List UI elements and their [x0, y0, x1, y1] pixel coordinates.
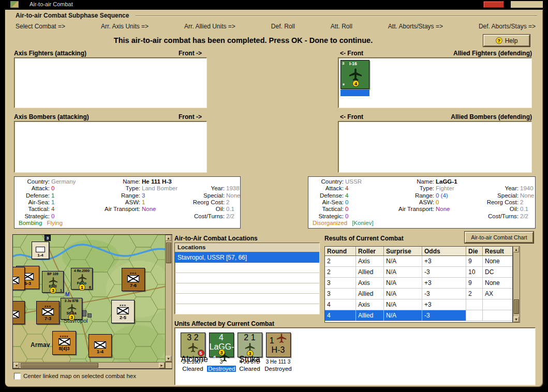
- air-transport-value: None: [142, 206, 156, 213]
- unit-counter-i16[interactable]: 3 I-16 * 4: [340, 60, 369, 89]
- oil-label: Oil:: [183, 206, 225, 213]
- unit-counter-he111[interactable]: 1 H-3: [266, 333, 291, 357]
- cell-odds: +3: [422, 256, 466, 267]
- scroll-up-arrow[interactable]: [166, 235, 171, 241]
- results-row[interactable]: 4 Axis N/A +3: [325, 299, 512, 310]
- step-select-combat[interactable]: Select Combat =>: [16, 23, 65, 30]
- location-row[interactable]: [175, 283, 319, 294]
- cell-round: 3: [325, 289, 356, 299]
- i16-reorg-badge: 4: [352, 80, 359, 87]
- unit-counter-ju87b[interactable]: 2 1 Stuka 3: [238, 333, 262, 357]
- map-air-counter-stuka[interactable]: 3 Ju 87B Stuka 3: [61, 298, 82, 320]
- cell-roller: Axis: [356, 299, 384, 310]
- allied-bombers-listbox[interactable]: [338, 121, 532, 173]
- counter-name: H-3: [272, 345, 285, 354]
- map-hscrollbar[interactable]: [13, 362, 165, 369]
- center-map-checkbox-label: Center linked map on selected combat hex: [23, 373, 136, 379]
- map-unit-counter[interactable]: [13, 267, 25, 290]
- combat-locations-listbox[interactable]: Locations Stavropol, USSR [57, 66]: [174, 243, 320, 314]
- results-row[interactable]: 2 Allied N/A -3 10 DC: [325, 267, 512, 278]
- infantry-symbol: [127, 275, 139, 282]
- map-air-counter-emil[interactable]: BF 109 Emil 1 3: [42, 271, 64, 293]
- unit-strength: 7-3: [45, 316, 51, 321]
- axis-bombers-listbox[interactable]: [14, 121, 207, 173]
- axis-fighters-listbox[interactable]: [14, 57, 207, 108]
- cell-result: [483, 310, 512, 321]
- map-unit-counter[interactable]: [13, 301, 25, 324]
- step-att-aborts-stays[interactable]: Att. Aborts/Stays =>: [388, 23, 443, 30]
- results-row-selected[interactable]: 4 Allied N/A -3: [325, 310, 512, 321]
- map-air-counter-falco[interactable]: 4 Re.2000 Falco 6 1: [71, 268, 93, 290]
- map-unit-counter[interactable]: 1-4: [88, 334, 112, 357]
- attack-value: 0: [51, 185, 54, 192]
- unit-counter-lagg1[interactable]: 4 LaGG-1 3: [209, 333, 234, 357]
- front-attacker-label-1: Front ->: [179, 50, 202, 57]
- results-row[interactable]: 3 Allied N/A -3 2 AX: [325, 289, 512, 299]
- help-button[interactable]: Help: [483, 35, 530, 47]
- air-counter-number: 1: [60, 289, 62, 292]
- tactical-label: Tactical:: [312, 206, 344, 213]
- map-unit-counter[interactable]: xxxx 8(4)3: [52, 331, 76, 355]
- step-def-roll[interactable]: Def. Roll: [271, 23, 295, 30]
- completion-message: This air-to-air combat has been complete…: [67, 36, 419, 44]
- results-scrollbar[interactable]: [513, 246, 520, 323]
- center-map-checkbox[interactable]: [14, 373, 21, 380]
- range-value: 3: [142, 192, 145, 199]
- units-affected-title: Units Affected by Current Combat: [174, 320, 274, 327]
- map-unit-counter[interactable]: xxx 7-3: [36, 301, 60, 324]
- unit-counter-z1007[interactable]: 3 2 Alcione 5: [181, 333, 205, 357]
- allied-fighters-listbox[interactable]: 3 I-16 * 4: [338, 57, 532, 108]
- country-label: Country:: [312, 178, 344, 185]
- location-row[interactable]: [175, 273, 319, 283]
- unit-status: Destroyed: [264, 366, 292, 372]
- step-att-roll[interactable]: Att. Roll: [331, 23, 352, 30]
- cell-roller: Axis: [356, 278, 384, 289]
- vscroll-thumb[interactable]: [166, 243, 171, 263]
- reorg-value: 2: [226, 199, 229, 206]
- location-row[interactable]: [175, 294, 319, 304]
- range-value: 0 (4): [436, 192, 448, 199]
- cost-turns-value: 2/2: [226, 213, 234, 220]
- axis-fighters-label: Axis Fighters (attacking): [14, 50, 86, 57]
- location-row[interactable]: [175, 263, 319, 273]
- map-unit-counter[interactable]: xxx 7-6: [122, 268, 145, 291]
- map-unit-counter[interactable]: 1-4: [32, 242, 49, 259]
- cell-die: 2: [466, 289, 483, 299]
- cell-die: [466, 299, 483, 310]
- defense-label: Defense:: [18, 192, 50, 199]
- subphase-steps: Select Combat => Arr. Axis Units => Arr.…: [16, 23, 536, 30]
- titlebar-red-button[interactable]: [483, 1, 504, 8]
- name-label: Name:: [387, 178, 434, 185]
- results-row[interactable]: 3 Axis N/A +3 9 None: [325, 278, 512, 289]
- hex-map-viewport[interactable]: Stavropol Armav 3 M 1-4 5-3 xxx 7-6 xxx …: [13, 235, 165, 362]
- scroll-right-arrow[interactable]: [159, 363, 165, 368]
- combat-chart-button[interactable]: Air-to-air Combat Chart: [465, 232, 534, 243]
- col-roller: Roller: [356, 247, 384, 256]
- loss-badge: 5: [198, 350, 204, 356]
- combat-locations-title: Air-to-Air Combat Locations: [174, 235, 258, 242]
- map-unit-counter[interactable]: xxx 2-5: [111, 300, 135, 323]
- map-vscrollbar[interactable]: [165, 235, 172, 362]
- step-arr-axis-units[interactable]: Arr. Axis Units =>: [101, 23, 149, 30]
- results-scroll-thumb[interactable]: [514, 299, 519, 314]
- scroll-down-arrow[interactable]: [166, 356, 171, 361]
- scroll-up-arrow[interactable]: [513, 247, 519, 252]
- location-row-selected[interactable]: Stavropol, USSR [57, 66]: [175, 252, 319, 263]
- air-transport-label: Air Transport:: [387, 206, 434, 213]
- step-arr-allied-units[interactable]: Arr. Allied Units =>: [184, 23, 235, 30]
- step-def-aborts-stays[interactable]: Def. Aborts/Stays =>: [479, 23, 536, 30]
- results-row[interactable]: 2 Axis N/A +3 9 None: [325, 256, 512, 267]
- country-label: Country:: [18, 178, 50, 185]
- range-label: Range:: [93, 192, 140, 199]
- scroll-left-arrow[interactable]: [13, 363, 19, 368]
- special-value: None: [520, 192, 535, 199]
- year-value: 1940: [520, 185, 534, 192]
- scroll-down-arrow[interactable]: [513, 316, 519, 322]
- unit-strength: 2-5: [120, 315, 126, 320]
- infantry-symbol: [13, 311, 19, 318]
- col-result: Result: [483, 247, 512, 256]
- hscroll-thumb[interactable]: [21, 363, 98, 368]
- counter-top-right: 2: [194, 333, 199, 342]
- city-label-armavir: Armav: [31, 341, 50, 349]
- air-counter-number: 6: [89, 285, 91, 289]
